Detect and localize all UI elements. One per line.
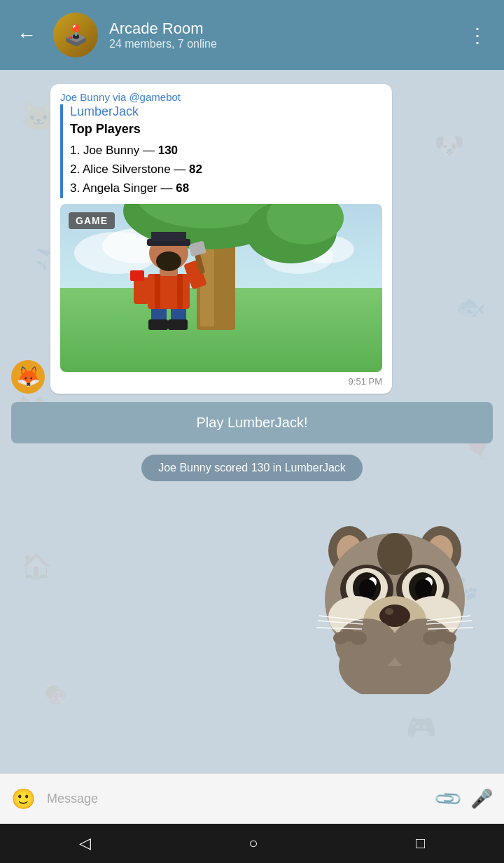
score-notification: Joe Bunny scored 130 in LumberJack: [0, 449, 504, 492]
svg-rect-25: [148, 274, 190, 309]
score-notification-text: Joe Bunny scored 130 in LumberJack: [141, 455, 363, 481]
message-bubble: Joe Bunny via @gamebot LumberJack Top Pl…: [50, 84, 392, 394]
mic-button[interactable]: 🎤: [470, 788, 493, 810]
header-info: Arcade Room 24 members, 7 online: [109, 20, 451, 50]
group-subtitle: 24 members, 7 online: [109, 38, 451, 50]
svg-rect-26: [155, 274, 160, 309]
message-container: 🦊 Joe Bunny via @gamebot LumberJack Top …: [0, 81, 504, 396]
nav-recent-button[interactable]: □: [399, 829, 442, 858]
svg-point-65: [391, 619, 454, 672]
svg-rect-31: [188, 240, 206, 256]
score-title: Top Players: [70, 122, 382, 137]
game-image: GAME: [60, 204, 382, 372]
chat-background: 🐱 🐶 ✈️ 🐟 🦊 🎈 🏠 🐾 🍖 🎮 🦊 Joe Bunny via @ga…: [0, 70, 504, 759]
raccoon-sticker: [297, 498, 493, 694]
svg-point-53: [359, 579, 376, 599]
chat-header: ← 🕹️ Arcade Room 24 members, 7 online ⋮: [0, 0, 504, 70]
game-scene: GAME: [60, 204, 382, 372]
play-lumberjack-button[interactable]: Play LumberJack!: [11, 402, 493, 443]
sender-name: Joe Bunny via @gamebot: [60, 91, 181, 103]
player-3: 3. Angela Singer — 68: [70, 179, 382, 198]
svg-rect-24: [168, 319, 188, 330]
game-title: LumberJack: [70, 104, 382, 119]
group-name: Arcade Room: [109, 20, 451, 38]
svg-point-35: [156, 251, 181, 271]
player-2: 2. Alice Silverstone — 82: [70, 160, 382, 179]
player-1: 1. Joe Bunny — 130: [70, 141, 382, 160]
attach-button[interactable]: 📎: [433, 783, 464, 815]
navigation-bar: ◁ ○ □: [0, 824, 504, 863]
svg-rect-27: [177, 274, 183, 309]
svg-point-61: [335, 619, 398, 672]
emoji-button[interactable]: 🙂: [11, 787, 36, 810]
sender-avatar: 🦊: [11, 360, 45, 394]
game-label: GAME: [69, 212, 115, 229]
sticker-container: [0, 492, 504, 700]
nav-home-button[interactable]: ○: [232, 829, 274, 858]
sender-line: Joe Bunny via @gamebot: [60, 91, 382, 103]
svg-rect-28: [134, 277, 149, 304]
svg-rect-32: [130, 270, 144, 281]
svg-point-55: [377, 533, 412, 575]
svg-point-60: [385, 608, 393, 615]
group-avatar: 🕹️: [53, 13, 98, 57]
message-time: 9:51 PM: [60, 376, 382, 387]
more-options-button[interactable]: ⋮: [462, 18, 493, 53]
play-button-container: Play LumberJack!: [0, 396, 504, 449]
svg-point-68: [442, 632, 456, 644]
nav-back-button[interactable]: ◁: [62, 829, 108, 858]
back-button[interactable]: ←: [11, 18, 42, 52]
input-bar: 🙂 📎 🎤: [0, 773, 504, 824]
svg-rect-37: [151, 232, 186, 241]
game-info-block: LumberJack Top Players 1. Joe Bunny — 13…: [60, 104, 382, 198]
svg-point-64: [333, 632, 347, 644]
message-input[interactable]: [47, 792, 426, 806]
svg-rect-23: [148, 319, 168, 330]
chat-scroll-area[interactable]: 🦊 Joe Bunny via @gamebot LumberJack Top …: [0, 70, 504, 759]
svg-point-54: [415, 579, 432, 599]
